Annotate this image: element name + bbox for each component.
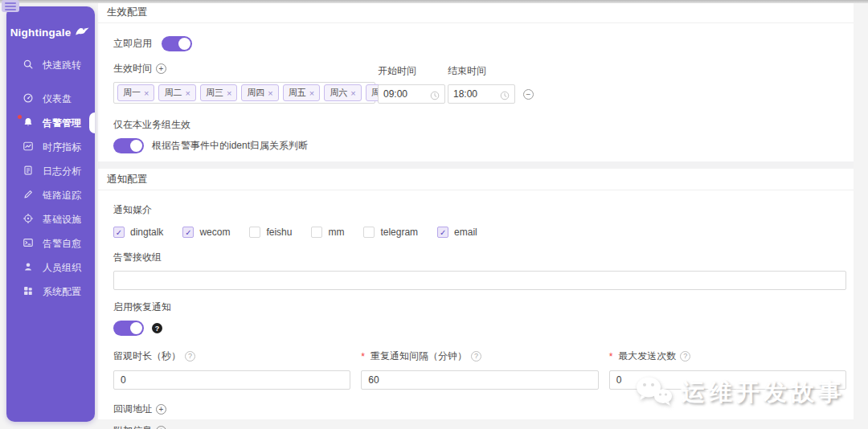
add-callback-icon[interactable]: + — [156, 404, 166, 415]
checkbox-unchecked-icon[interactable] — [311, 227, 322, 238]
sidebar-item-label: 时序指标 — [43, 141, 81, 154]
ident-scope-toggle[interactable] — [113, 138, 144, 153]
weekday-tag[interactable]: 周四× — [241, 84, 278, 101]
person-icon — [23, 261, 34, 275]
weekday-tags-input[interactable]: 周一× 周二× 周三× 周四× 周五× 周六× 周日× — [113, 82, 375, 104]
weekday-tag[interactable]: 周三× — [200, 84, 237, 101]
main-content: 生效配置 立即启用 生效时间 + 周一× 周二× — [98, 3, 854, 419]
start-time-picker[interactable] — [378, 84, 445, 104]
channel-feishu[interactable]: feishu — [249, 227, 292, 238]
target-crosshair-icon — [23, 213, 34, 227]
max-send-count-label: * 最大发送次数 ? — [609, 349, 846, 363]
dashboard-gauge-icon — [23, 92, 34, 106]
repeat-interval-input[interactable] — [361, 370, 598, 390]
add-time-range-icon[interactable]: + — [156, 63, 166, 74]
remove-tag-icon[interactable]: × — [309, 88, 314, 98]
app-screen: Nightingale 快速跳转 仪表盘 告警管理 — [0, 0, 868, 429]
clock-icon — [430, 89, 440, 99]
alert-badge-dot — [18, 115, 22, 119]
checkbox-unchecked-icon[interactable] — [249, 227, 260, 238]
sidebar-item-metrics[interactable]: 时序指标 — [6, 135, 95, 159]
channel-email[interactable]: ✓ email — [437, 227, 477, 238]
sidebar-item-label: 告警自愈 — [43, 237, 81, 251]
sidebar-item-tracing[interactable]: 链路追踪 — [6, 183, 95, 207]
logo[interactable]: Nightingale — [6, 6, 95, 43]
trace-pencil-icon — [23, 189, 34, 202]
log-document-icon — [23, 165, 34, 178]
sidebar-nav: 快速跳转 仪表盘 告警管理 时序指标 日志分析 — [6, 53, 95, 304]
logo-text: Nightingale — [10, 27, 72, 39]
sidebar-item-people[interactable]: 人员组织 — [6, 255, 95, 280]
clock-icon — [500, 89, 510, 99]
observe-duration-input[interactable] — [113, 370, 350, 390]
remove-tag-icon[interactable]: × — [227, 88, 231, 98]
end-time-input[interactable] — [453, 88, 497, 100]
section-divider — [98, 161, 854, 169]
add-extra-info-icon[interactable]: + — [156, 426, 166, 429]
weekday-tag[interactable]: 周一× — [117, 84, 154, 101]
recovery-notify-label: 启用恢复通知 — [113, 300, 846, 314]
end-time-picker[interactable] — [448, 84, 515, 104]
sidebar-item-system-config[interactable]: 系统配置 — [6, 280, 95, 304]
sidebar-item-label: 人员组织 — [43, 261, 81, 275]
sidebar-item-label: 仪表盘 — [43, 92, 72, 106]
sidebar-collapse-button[interactable] — [2, 0, 19, 12]
remove-tag-icon[interactable]: × — [144, 88, 149, 98]
weekday-tag[interactable]: 周二× — [158, 84, 195, 101]
repeat-interval-label: * 重复通知间隔（分钟） ? — [361, 349, 598, 363]
numeric-fields-row: 留观时长（秒） ? * 重复通知间隔（分钟） ? — [113, 349, 846, 390]
notify-config-section: 通知配置 通知媒介 ✓ dingtalk ✓ wecom feishu — [98, 169, 854, 419]
sidebar-item-label: 告警管理 — [43, 116, 81, 130]
recovery-notify-toggle[interactable] — [113, 321, 144, 336]
line-chart-icon — [23, 141, 34, 154]
sidebar-item-label: 链路追踪 — [43, 189, 81, 202]
receivers-label: 告警接收组 — [113, 251, 846, 264]
active-item-notch — [89, 112, 95, 133]
checkbox-checked-icon[interactable]: ✓ — [182, 227, 194, 238]
max-send-count-input[interactable] — [609, 370, 846, 390]
start-time-input[interactable] — [383, 88, 427, 100]
section-title-notify: 通知配置 — [98, 169, 854, 190]
remove-tag-icon[interactable]: × — [268, 88, 272, 98]
callback-url-label: 回调地址 + — [113, 402, 846, 416]
terminal-icon — [23, 237, 34, 251]
weekday-tag[interactable]: 周六× — [324, 84, 361, 101]
observe-duration-label: 留观时长（秒） ? — [113, 349, 350, 363]
receivers-input[interactable] — [113, 271, 846, 290]
recovery-help-icon[interactable]: ? — [152, 323, 162, 333]
checkbox-checked-icon[interactable]: ✓ — [437, 227, 448, 238]
start-time-label: 开始时间 — [378, 64, 445, 78]
search-icon — [23, 59, 34, 72]
channel-mm[interactable]: mm — [311, 227, 344, 238]
alert-bell-icon — [23, 116, 34, 130]
ident-scope-toggle-text: 根据告警事件中的ident归属关系判断 — [152, 139, 308, 153]
sidebar-item-self-healing[interactable]: 告警自愈 — [6, 231, 95, 255]
remove-time-range-icon[interactable]: − — [523, 89, 534, 100]
enable-now-toggle[interactable] — [162, 36, 192, 51]
enable-now-label: 立即启用 — [113, 37, 152, 51]
help-icon[interactable]: ? — [680, 351, 690, 362]
sidebar-item-infrastructure[interactable]: 基础设施 — [6, 207, 95, 231]
sidebar-item-quick-jump[interactable]: 快速跳转 — [6, 53, 95, 77]
channel-telegram[interactable]: telegram — [363, 227, 418, 238]
scope-label: 仅在本业务组生效 — [113, 118, 846, 132]
channel-wecom[interactable]: ✓ wecom — [182, 227, 230, 238]
help-icon[interactable]: ? — [185, 351, 195, 362]
channel-dingtalk[interactable]: ✓ dingtalk — [113, 227, 163, 238]
checkbox-unchecked-icon[interactable] — [363, 227, 375, 238]
weekday-tag[interactable]: 周五× — [283, 84, 320, 101]
sidebar-item-label: 快速跳转 — [43, 59, 81, 72]
effective-config-section: 生效配置 立即启用 生效时间 + 周一× 周二× — [98, 3, 854, 161]
nightingale-bird-icon — [75, 24, 91, 40]
notify-media-label: 通知媒介 — [113, 203, 846, 217]
help-icon[interactable]: ? — [471, 351, 481, 362]
end-time-label: 结束时间 — [448, 64, 515, 78]
grid-settings-icon — [23, 285, 34, 299]
sidebar-item-dashboard[interactable]: 仪表盘 — [6, 87, 95, 111]
effective-time-label: 生效时间 + — [113, 62, 375, 76]
remove-tag-icon[interactable]: × — [185, 88, 190, 98]
remove-tag-icon[interactable]: × — [350, 88, 355, 98]
sidebar-item-logs[interactable]: 日志分析 — [6, 159, 95, 183]
sidebar-item-alert-management[interactable]: 告警管理 — [6, 111, 95, 135]
checkbox-checked-icon[interactable]: ✓ — [113, 227, 125, 238]
